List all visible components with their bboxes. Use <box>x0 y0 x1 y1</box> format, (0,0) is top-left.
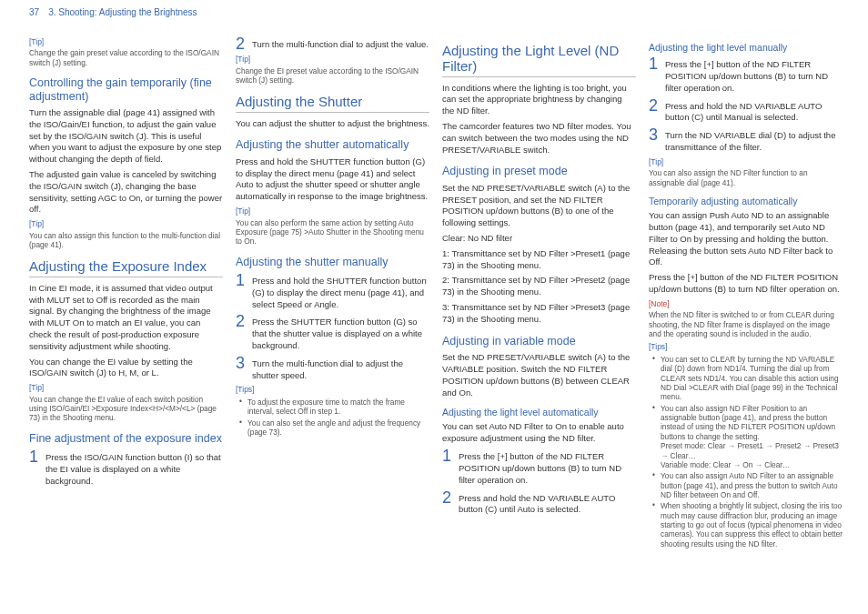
step-text: Press and hold the ND VARIABLE AUTO butt… <box>665 98 843 125</box>
step-number: 3 <box>236 356 247 370</box>
tip-label: [Tip] <box>29 219 223 229</box>
tip-text: You can also assign this function to the… <box>29 231 223 250</box>
tip-item: You can also assign Auto ND Filter to an… <box>652 471 843 499</box>
heading-nd-filter: Adjusting the Light Level (ND Filter) <box>442 43 636 77</box>
step-text: Press and hold the ND VARIABLE AUTO butt… <box>459 490 636 517</box>
body-text: The adjusted gain value is canceled by s… <box>29 169 223 216</box>
step-1: 1 Press and hold the SHUTTER function bu… <box>236 273 429 310</box>
body-text: Turn the assignable dial (page 41) assig… <box>29 107 223 166</box>
tips-label: [Tips] <box>649 342 843 352</box>
tip-text: You can also perform the same action by … <box>236 218 429 247</box>
tip-item-text: You can also assign ND Filter Position t… <box>661 404 835 441</box>
step-1: 1 Press the [+] button of the ND FILTER … <box>442 448 636 486</box>
step-text: Turn the multi-function dial to adjust t… <box>252 356 429 382</box>
note-label: [Note] <box>649 299 843 309</box>
body-text: The camcorder features two ND filter mod… <box>442 121 636 156</box>
tip-text: You can also assign the ND Filter functi… <box>649 168 843 187</box>
heading-gain-temp: Controlling the gain temporarily (fine a… <box>29 76 223 103</box>
tip-label: [Tip] <box>29 383 223 393</box>
step-text: Turn the multi-function dial to adjust t… <box>252 36 429 51</box>
tip-item: You can also assign ND Filter Position t… <box>652 404 843 470</box>
body-text: You can set Auto ND Filter to On to enab… <box>442 421 636 445</box>
heading-exposure-index: Adjusting the Exposure Index <box>29 258 223 277</box>
page-header: 37 3. Shooting: Adjusting the Brightness <box>0 0 868 21</box>
body-text: 1: Transmittance set by ND Filter >Prese… <box>442 248 636 272</box>
step-text: Press the [+] button of the ND FILTER PO… <box>665 56 843 94</box>
step-number: 3 <box>649 127 660 142</box>
column-4: Adjusting the light level manually 1 Pre… <box>649 34 843 552</box>
heading-fine-adjust: Fine adjustment of the exposure index <box>29 432 223 445</box>
body-text: Set the ND PRESET/VARIABLE switch (A) to… <box>442 352 636 398</box>
heading-preset-mode: Adjusting in preset mode <box>442 165 636 177</box>
step-number: 1 <box>236 273 247 287</box>
step-1: 1 Press the [+] button of the ND FILTER … <box>649 56 843 94</box>
tip-item: When shooting a brightly lit subject, cl… <box>652 501 843 549</box>
content-columns: [Tip] Change the gain preset value accor… <box>0 21 868 561</box>
column-3: Adjusting the Light Level (ND Filter) In… <box>442 34 636 552</box>
tip-label: [Tip] <box>236 206 429 216</box>
tip-item: To adjust the exposure time to match the… <box>239 398 429 417</box>
step-3: 3 Turn the ND VARIABLE dial (D) to adjus… <box>649 127 843 154</box>
body-text: Set the ND PRESET/VARIABLE switch (A) to… <box>442 183 636 229</box>
step-2: 2 Press the SHUTTER function button (G) … <box>236 314 429 351</box>
step-number: 1 <box>442 448 453 463</box>
heading-shutter: Adjusting the Shutter <box>236 94 429 112</box>
body-text: Press the [+] button of the ND FILTER PO… <box>649 272 843 296</box>
tips-list: To adjust the exposure time to match the… <box>236 398 429 437</box>
note-text: When the ND filter is switched to or fro… <box>649 310 843 338</box>
step-text: Press the SHUTTER function button (G) so… <box>252 314 429 351</box>
step-2: 2 Press and hold the ND VARIABLE AUTO bu… <box>442 490 636 517</box>
heading-light-auto: Adjusting the light level automatically <box>442 406 636 418</box>
column-2: 2 Turn the multi-function dial to adjust… <box>236 34 429 552</box>
body-text: 3: Transmittance set by ND Filter >Prese… <box>442 302 636 326</box>
tip-text: Change the EI preset value according to … <box>236 66 429 86</box>
step-text: Press the ISO/GAIN function button (I) s… <box>45 449 223 487</box>
page-number: 37 <box>29 7 39 17</box>
heading-variable-mode: Adjusting in variable mode <box>442 335 636 347</box>
step-1: 1 Press the ISO/GAIN function button (I)… <box>29 449 223 487</box>
body-text: You can assign Push Auto ND to an assign… <box>649 210 843 268</box>
heading-shutter-auto: Adjusting the shutter automatically <box>236 138 429 151</box>
step-text: Turn the ND VARIABLE dial (D) to adjust … <box>665 127 843 154</box>
tips-label: [Tips] <box>236 385 429 395</box>
step-number: 2 <box>649 98 660 113</box>
step-number: 1 <box>649 56 660 71</box>
step-2: 2 Press and hold the ND VARIABLE AUTO bu… <box>649 98 843 125</box>
heading-light-manual: Adjusting the light level manually <box>649 41 843 54</box>
tip-item: You can also set the angle and adjust th… <box>239 418 429 438</box>
tip-label: [Tip] <box>649 157 843 167</box>
tip-label: [Tip] <box>236 55 429 65</box>
step-number: 2 <box>236 36 247 51</box>
tip-label: [Tip] <box>29 37 223 47</box>
body-text: Press and hold the SHUTTER function butt… <box>236 156 429 203</box>
section-title: 3. Shooting: Adjusting the Brightness <box>48 7 197 17</box>
tip-text: You can change the EI value of each swit… <box>29 395 223 423</box>
body-text: 2: Transmittance set by ND Filter >Prese… <box>442 275 636 298</box>
step-number: 1 <box>29 449 40 464</box>
body-text: You can adjust the shutter to adjust the… <box>236 118 429 130</box>
column-1: [Tip] Change the gain preset value accor… <box>29 34 223 552</box>
step-text: Press and hold the SHUTTER function butt… <box>252 273 429 310</box>
tip-text: Change the gain preset value according t… <box>29 48 223 67</box>
tip-item: You can set to CLEAR by turning the ND V… <box>652 355 843 402</box>
step-number: 2 <box>442 490 453 505</box>
step-3: 3 Turn the multi-function dial to adjust… <box>236 356 429 382</box>
tip-item-text: Variable mode: Clear → On → Clear… <box>661 460 790 469</box>
step-2: 2 Turn the multi-function dial to adjust… <box>236 36 429 51</box>
body-text: You can change the EI value by setting t… <box>29 357 223 380</box>
body-text: In conditions where the lighting is too … <box>442 83 636 117</box>
heading-shutter-manual: Adjusting the shutter manually <box>236 256 429 268</box>
body-text: In Cine EI mode, it is assumed that vide… <box>29 283 223 353</box>
step-text: Press the [+] button of the ND FILTER PO… <box>459 448 636 486</box>
tip-item-text: Preset mode: Clear → Preset1 → Preset2 →… <box>661 441 839 459</box>
body-text: Clear: No ND filter <box>442 233 636 245</box>
step-number: 2 <box>236 314 247 328</box>
heading-temp-auto: Temporarily adjusting automatically <box>649 195 843 207</box>
tips-list: You can set to CLEAR by turning the ND V… <box>649 355 843 549</box>
